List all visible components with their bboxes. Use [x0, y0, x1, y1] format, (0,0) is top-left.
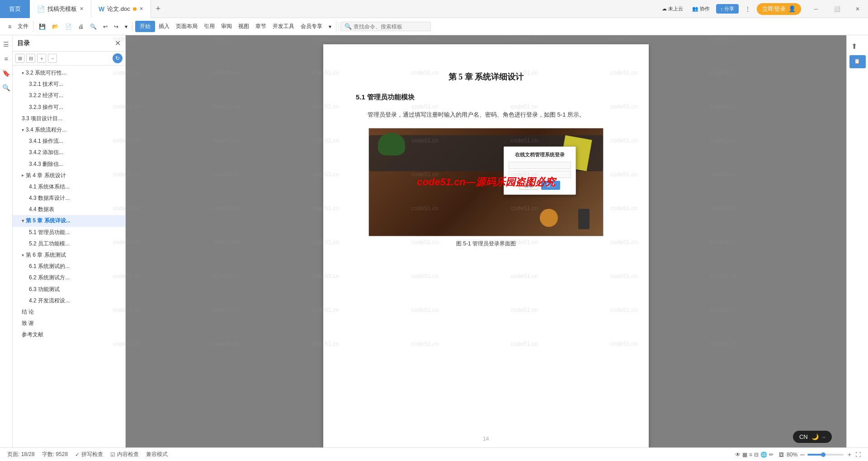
- preview-btn[interactable]: 🔍: [87, 22, 99, 32]
- toc-item-3-2-1[interactable]: 3.2.1 技术可...: [13, 79, 125, 90]
- toc-item-references[interactable]: 参考文献: [13, 329, 125, 340]
- toc-item-conclusion[interactable]: 结 论: [13, 306, 125, 318]
- right-upload-icon[interactable]: ⬆: [847, 39, 861, 53]
- section-title: 5.1 管理员功能模块: [356, 93, 616, 102]
- minimize-button[interactable]: ─: [806, 0, 826, 18]
- tab-references[interactable]: 引用: [201, 21, 217, 32]
- tab-view[interactable]: 视图: [236, 21, 252, 32]
- web-view-icon[interactable]: 🌐: [760, 452, 767, 458]
- toc-item-3-4-3[interactable]: 3.4.3 删除信...: [13, 159, 125, 170]
- left-icon-strip: ☰ ≡ 🔖 🔍: [0, 35, 13, 447]
- toc-item-ch5[interactable]: ▾第 5 章 系统详设...: [13, 215, 125, 226]
- toc-item-4-1[interactable]: 4.1 系统体系结...: [13, 181, 125, 193]
- toc-item-acknowledgement[interactable]: 致 谢: [13, 318, 125, 329]
- tab-template[interactable]: 📄 找稿壳模板 ✕: [30, 0, 91, 18]
- share-btn[interactable]: ↑ 分享: [716, 4, 739, 14]
- toolbar-search[interactable]: 🔍: [340, 22, 431, 31]
- toc-collapse-btn[interactable]: ⊟: [26, 54, 35, 63]
- zoom-control: 🖼 80% ─ ＋ ⛶: [779, 451, 861, 459]
- toc-remove-btn[interactable]: －: [48, 54, 57, 63]
- toc-item-3-3[interactable]: 3.3 项目设计目...: [13, 113, 125, 124]
- content-check-icon: ☑: [110, 452, 115, 458]
- right-panel: ⬆ 📋 论文查重: [846, 35, 868, 447]
- login-button[interactable]: 立即登录 👤: [757, 3, 801, 15]
- menu-btn[interactable]: ≡: [5, 22, 14, 32]
- compat-text: 兼容模式: [146, 451, 168, 458]
- bookmark-icon[interactable]: 🔖: [1, 68, 12, 79]
- moon-icon: 🌙: [811, 433, 819, 440]
- eye-icon[interactable]: 👁: [735, 452, 741, 458]
- print-btn[interactable]: 🖨: [75, 22, 86, 32]
- content-check[interactable]: ☑ 内容检查: [110, 451, 139, 458]
- tab-layout[interactable]: 页面布局: [173, 21, 200, 32]
- tab-close-template[interactable]: ✕: [80, 6, 84, 12]
- toc-add-btn[interactable]: ＋: [37, 54, 46, 63]
- undo-btn[interactable]: ↩: [100, 22, 110, 32]
- toc-icon[interactable]: ☰: [1, 39, 12, 50]
- toc-item-3-4-1[interactable]: 3.4.1 操作流...: [13, 136, 125, 147]
- save-btn[interactable]: 💾: [36, 22, 48, 32]
- zoom-slider-thumb[interactable]: [821, 452, 826, 457]
- toc-item-3-2[interactable]: ▾3.2 系统可行性...: [13, 67, 125, 79]
- open-btn[interactable]: 📂: [49, 22, 61, 32]
- more-quick-btn[interactable]: ▾: [122, 22, 130, 32]
- toc-item-5-2[interactable]: 5.2 员工功能模...: [13, 238, 125, 249]
- dots-icon: ··: [822, 433, 826, 440]
- toc-item-3-4-2[interactable]: 3.4.2 添加信...: [13, 147, 125, 158]
- maximize-button[interactable]: ⬜: [826, 0, 847, 18]
- redo-btn[interactable]: ↪: [111, 22, 121, 32]
- toc-item-ch6[interactable]: ▾第 6 章 系统测试: [13, 249, 125, 261]
- toc-item-4-3[interactable]: 4.3 数据库设计...: [13, 193, 125, 204]
- zoom-minus-btn[interactable]: ─: [800, 451, 805, 458]
- more-tab-btn[interactable]: ▾: [326, 22, 334, 32]
- doc-page: 第 5 章 系统详细设计 5.1 管理员功能模块 管理员登录，通过填写注册时输入…: [323, 44, 649, 447]
- pen-icon[interactable]: ✏: [769, 452, 774, 458]
- more-btn[interactable]: ⋮: [742, 4, 753, 14]
- fullscreen-btn[interactable]: ⛶: [855, 452, 861, 458]
- sidebar-close-btn[interactable]: ✕: [115, 39, 121, 47]
- tab-devtools[interactable]: 开发工具: [270, 21, 297, 32]
- tab-start[interactable]: 开始: [135, 21, 155, 32]
- add-tab-button[interactable]: +: [151, 0, 165, 18]
- toc-item-6-1[interactable]: 6.1 系统测试的...: [13, 261, 125, 272]
- collab-icon: 👥: [692, 6, 698, 12]
- tab-insert[interactable]: 插入: [156, 21, 172, 32]
- plant-shape: [378, 133, 405, 155]
- search-input[interactable]: [354, 24, 421, 30]
- zoom-plus-btn[interactable]: ＋: [846, 451, 853, 459]
- figure-watermark: code51.cn—源码乐园盗图必究: [417, 175, 555, 189]
- cn-badge[interactable]: CN 🌙 ··: [793, 431, 832, 443]
- toc-item-6-3[interactable]: 6.3 功能测试: [13, 284, 125, 295]
- new-btn[interactable]: 📄: [62, 22, 75, 32]
- toc-item-5-1[interactable]: 5.1 管理员功能...: [13, 227, 125, 238]
- spell-check[interactable]: ✓ 拼写检查: [75, 451, 103, 458]
- file-btn[interactable]: 文件: [15, 21, 31, 32]
- page-number-area: 14: [323, 436, 649, 442]
- toc-item-4-4[interactable]: 4.4 数据表: [13, 204, 125, 215]
- tab-home[interactable]: 首页: [0, 0, 30, 18]
- page-view-icon[interactable]: ▦: [742, 452, 747, 458]
- collab-btn[interactable]: 👥 协作: [689, 4, 712, 14]
- tab-chapter[interactable]: 章节: [253, 21, 269, 32]
- arrow-icon: ▾: [22, 127, 24, 134]
- list-view-icon[interactable]: ≡: [749, 452, 752, 458]
- toc-refresh-btn[interactable]: ↻: [113, 53, 123, 63]
- toc-item-6-2[interactable]: 6.2 系统测试方...: [13, 272, 125, 283]
- cloud-btn[interactable]: ☁ 未上云: [659, 4, 686, 14]
- toc-item-ch4[interactable]: ▸第 4 章 系统设计: [13, 170, 125, 181]
- outline-icon[interactable]: ≡: [1, 53, 12, 64]
- paper-check-button[interactable]: 📋 论文查重: [849, 55, 866, 68]
- find-icon[interactable]: 🔍: [1, 82, 12, 93]
- toc-expand-btn[interactable]: ⊞: [15, 54, 24, 63]
- tab-member[interactable]: 会员专享: [298, 21, 325, 32]
- close-button[interactable]: ✕: [847, 0, 868, 18]
- split-view-icon[interactable]: ⊟: [754, 452, 759, 458]
- zoom-slider[interactable]: [807, 454, 844, 456]
- tab-doc[interactable]: W 论文.doc ✕: [91, 0, 151, 18]
- tab-close-doc[interactable]: ✕: [139, 6, 143, 12]
- toc-item-3-2-2[interactable]: 3.2.2 经济可...: [13, 90, 125, 101]
- toc-item-4-2[interactable]: 4.2 开发流程设...: [13, 295, 125, 306]
- tab-review[interactable]: 审阅: [218, 21, 235, 32]
- toc-item-3-4[interactable]: ▾3.4 系统流程分...: [13, 124, 125, 136]
- toc-item-3-2-3[interactable]: 3.2.3 操作可...: [13, 102, 125, 113]
